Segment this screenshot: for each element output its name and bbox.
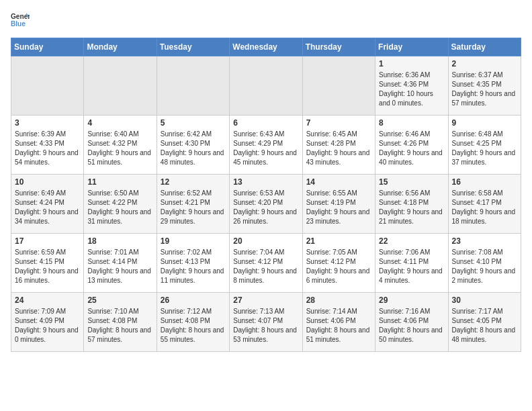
calendar-cell: 1Sunrise: 6:36 AM Sunset: 4:36 PM Daylig… [375,56,448,116]
calendar-cell: 25Sunrise: 7:10 AM Sunset: 4:08 PM Dayli… [84,293,157,352]
calendar-cell: 14Sunrise: 6:55 AM Sunset: 4:19 PM Dayli… [302,175,375,234]
day-number: 7 [306,118,371,128]
calendar-cell: 20Sunrise: 7:04 AM Sunset: 4:12 PM Dayli… [230,234,302,293]
calendar-cell: 18Sunrise: 7:01 AM Sunset: 4:14 PM Dayli… [84,234,157,293]
cell-content: Sunrise: 6:50 AM Sunset: 4:22 PM Dayligh… [87,189,152,226]
calendar-cell: 22Sunrise: 7:06 AM Sunset: 4:11 PM Dayli… [375,234,448,293]
week-row-5: 24Sunrise: 7:09 AM Sunset: 4:09 PM Dayli… [11,293,521,352]
day-number: 24 [15,295,80,305]
day-number: 29 [379,295,444,305]
cell-content: Sunrise: 7:12 AM Sunset: 4:08 PM Dayligh… [161,307,226,345]
calendar-cell: 4Sunrise: 6:40 AM Sunset: 4:32 PM Daylig… [84,116,157,175]
cell-content: Sunrise: 7:05 AM Sunset: 4:12 PM Dayligh… [306,248,371,285]
day-number: 16 [452,177,517,187]
calendar-cell: 27Sunrise: 7:13 AM Sunset: 4:07 PM Dayli… [230,293,302,352]
day-number: 2 [452,59,517,68]
day-number: 11 [87,177,152,187]
day-number: 19 [161,236,226,246]
cell-content: Sunrise: 6:53 AM Sunset: 4:20 PM Dayligh… [233,189,298,226]
day-number: 3 [15,118,80,128]
calendar-cell: 28Sunrise: 7:14 AM Sunset: 4:06 PM Dayli… [302,293,375,352]
cell-content: Sunrise: 6:48 AM Sunset: 4:25 PM Dayligh… [452,130,517,167]
day-number: 6 [233,118,298,128]
day-header-wednesday: Wednesday [230,38,302,56]
calendar-table: SundayMondayTuesdayWednesdayThursdayFrid… [11,38,521,352]
day-header-sunday: Sunday [11,38,84,56]
week-row-3: 10Sunrise: 6:49 AM Sunset: 4:24 PM Dayli… [11,175,521,234]
day-number: 1 [379,59,444,68]
calendar-cell: 7Sunrise: 6:45 AM Sunset: 4:28 PM Daylig… [302,116,375,175]
page-header: General Blue [11,11,521,30]
week-row-4: 17Sunrise: 6:59 AM Sunset: 4:15 PM Dayli… [11,234,521,293]
day-number: 28 [306,295,371,305]
cell-content: Sunrise: 6:49 AM Sunset: 4:24 PM Dayligh… [15,189,80,226]
day-number: 8 [379,118,444,128]
day-header-saturday: Saturday [448,38,521,56]
cell-content: Sunrise: 7:09 AM Sunset: 4:09 PM Dayligh… [15,307,80,345]
day-number: 14 [306,177,371,187]
cell-content: Sunrise: 6:45 AM Sunset: 4:28 PM Dayligh… [306,130,371,167]
cell-content: Sunrise: 6:58 AM Sunset: 4:17 PM Dayligh… [452,189,517,226]
cell-content: Sunrise: 7:01 AM Sunset: 4:14 PM Dayligh… [87,248,152,285]
day-number: 10 [15,177,80,187]
week-row-2: 3Sunrise: 6:39 AM Sunset: 4:33 PM Daylig… [11,116,521,175]
cell-content: Sunrise: 7:02 AM Sunset: 4:13 PM Dayligh… [161,248,226,285]
cell-content: Sunrise: 6:42 AM Sunset: 4:30 PM Dayligh… [161,130,226,167]
calendar-cell: 21Sunrise: 7:05 AM Sunset: 4:12 PM Dayli… [302,234,375,293]
calendar-cell [157,56,229,116]
calendar-cell: 9Sunrise: 6:48 AM Sunset: 4:25 PM Daylig… [448,116,521,175]
cell-content: Sunrise: 6:39 AM Sunset: 4:33 PM Dayligh… [15,130,80,167]
calendar-cell [84,56,157,116]
calendar-cell: 17Sunrise: 6:59 AM Sunset: 4:15 PM Dayli… [11,234,84,293]
calendar-cell: 15Sunrise: 6:56 AM Sunset: 4:18 PM Dayli… [375,175,448,234]
day-number: 25 [87,295,152,305]
calendar-cell: 29Sunrise: 7:16 AM Sunset: 4:06 PM Dayli… [375,293,448,352]
cell-content: Sunrise: 7:06 AM Sunset: 4:11 PM Dayligh… [379,248,444,285]
cell-content: Sunrise: 6:36 AM Sunset: 4:36 PM Dayligh… [379,71,444,108]
day-number: 17 [15,236,80,246]
cell-content: Sunrise: 7:13 AM Sunset: 4:07 PM Dayligh… [233,307,298,345]
day-number: 12 [161,177,226,187]
day-number: 18 [87,236,152,246]
calendar-cell: 2Sunrise: 6:37 AM Sunset: 4:35 PM Daylig… [448,56,521,116]
calendar-cell [230,56,302,116]
logo-icon: General Blue [11,11,30,30]
calendar-cell [302,56,375,116]
cell-content: Sunrise: 6:59 AM Sunset: 4:15 PM Dayligh… [15,248,80,285]
svg-text:Blue: Blue [11,20,26,28]
cell-content: Sunrise: 6:46 AM Sunset: 4:26 PM Dayligh… [379,130,444,167]
cell-content: Sunrise: 7:10 AM Sunset: 4:08 PM Dayligh… [87,307,152,345]
calendar-cell: 19Sunrise: 7:02 AM Sunset: 4:13 PM Dayli… [157,234,229,293]
day-header-monday: Monday [84,38,157,56]
cell-content: Sunrise: 6:55 AM Sunset: 4:19 PM Dayligh… [306,189,371,226]
cell-content: Sunrise: 6:43 AM Sunset: 4:29 PM Dayligh… [233,130,298,167]
day-number: 27 [233,295,298,305]
day-number: 23 [452,236,517,246]
day-number: 30 [452,295,517,305]
calendar-cell: 13Sunrise: 6:53 AM Sunset: 4:20 PM Dayli… [230,175,302,234]
cell-content: Sunrise: 6:40 AM Sunset: 4:32 PM Dayligh… [87,130,152,167]
cell-content: Sunrise: 6:37 AM Sunset: 4:35 PM Dayligh… [452,71,517,108]
cell-content: Sunrise: 7:04 AM Sunset: 4:12 PM Dayligh… [233,248,298,285]
day-number: 4 [87,118,152,128]
cell-content: Sunrise: 7:08 AM Sunset: 4:10 PM Dayligh… [452,248,517,285]
calendar-cell: 8Sunrise: 6:46 AM Sunset: 4:26 PM Daylig… [375,116,448,175]
day-number: 22 [379,236,444,246]
calendar-cell: 3Sunrise: 6:39 AM Sunset: 4:33 PM Daylig… [11,116,84,175]
calendar-cell: 6Sunrise: 6:43 AM Sunset: 4:29 PM Daylig… [230,116,302,175]
week-row-1: 1Sunrise: 6:36 AM Sunset: 4:36 PM Daylig… [11,56,521,116]
calendar-cell [11,56,84,116]
logo: General Blue [11,11,30,30]
cell-content: Sunrise: 6:56 AM Sunset: 4:18 PM Dayligh… [379,189,444,226]
calendar-cell: 12Sunrise: 6:52 AM Sunset: 4:21 PM Dayli… [157,175,229,234]
calendar-cell: 26Sunrise: 7:12 AM Sunset: 4:08 PM Dayli… [157,293,229,352]
calendar-cell: 23Sunrise: 7:08 AM Sunset: 4:10 PM Dayli… [448,234,521,293]
cell-content: Sunrise: 6:52 AM Sunset: 4:21 PM Dayligh… [161,189,226,226]
calendar-cell: 24Sunrise: 7:09 AM Sunset: 4:09 PM Dayli… [11,293,84,352]
day-number: 21 [306,236,371,246]
day-header-tuesday: Tuesday [157,38,229,56]
day-header-thursday: Thursday [302,38,375,56]
day-number: 26 [161,295,226,305]
day-header-friday: Friday [375,38,448,56]
calendar-cell: 30Sunrise: 7:17 AM Sunset: 4:05 PM Dayli… [448,293,521,352]
